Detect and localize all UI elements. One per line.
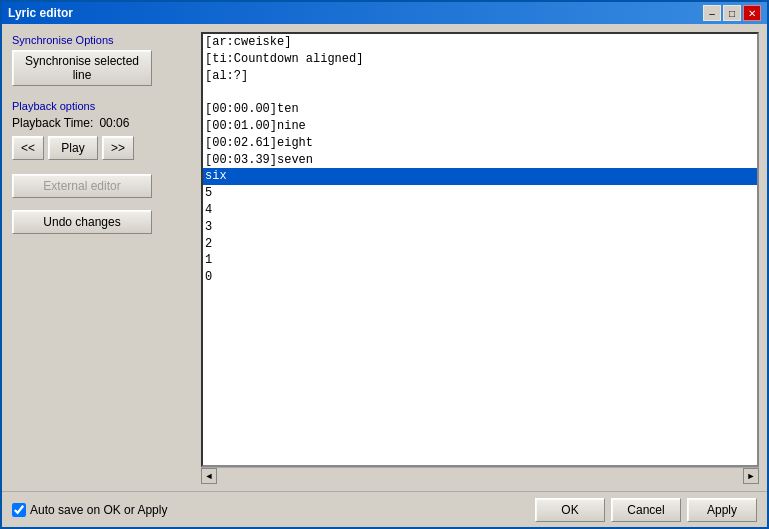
h-scroll-track[interactable] bbox=[217, 468, 743, 484]
lyrics-line[interactable]: 0 bbox=[203, 269, 757, 286]
window-title: Lyric editor bbox=[8, 6, 73, 20]
minimize-button[interactable]: – bbox=[703, 5, 721, 21]
cancel-button[interactable]: Cancel bbox=[611, 498, 681, 522]
auto-save-checkbox[interactable] bbox=[12, 503, 26, 517]
lyrics-content: [ar:cweiske][ti:Countdown aligned][al:?]… bbox=[203, 34, 757, 286]
playback-time-value: 00:06 bbox=[99, 116, 129, 130]
lyrics-line[interactable]: 5 bbox=[203, 185, 757, 202]
lyrics-outer: [ar:cweiske][ti:Countdown aligned][al:?]… bbox=[201, 32, 759, 467]
bottom-bar: Auto save on OK or Apply OK Cancel Apply bbox=[2, 491, 767, 527]
playback-time-row: Playback Time: 00:06 bbox=[12, 116, 187, 130]
lyrics-line[interactable]: [00:02.61]eight bbox=[203, 135, 757, 152]
main-area: Synchronise Options Synchronise selected… bbox=[2, 24, 767, 491]
auto-save-label: Auto save on OK or Apply bbox=[30, 503, 167, 517]
scroll-left-button[interactable]: ◄ bbox=[201, 468, 217, 484]
lyric-editor-window: Lyric editor – □ ✕ Synchronise Options S… bbox=[0, 0, 769, 529]
playback-time-label: Playback Time: bbox=[12, 116, 93, 130]
lyrics-line[interactable]: 4 bbox=[203, 202, 757, 219]
lyrics-line[interactable]: 3 bbox=[203, 219, 757, 236]
right-panel: [ar:cweiske][ti:Countdown aligned][al:?]… bbox=[197, 24, 767, 491]
undo-changes-button[interactable]: Undo changes bbox=[12, 210, 152, 234]
maximize-button[interactable]: □ bbox=[723, 5, 741, 21]
title-bar: Lyric editor – □ ✕ bbox=[2, 2, 767, 24]
playback-section: Playback options Playback Time: 00:06 <<… bbox=[12, 100, 187, 168]
lyrics-line[interactable]: six bbox=[203, 168, 757, 185]
left-panel: Synchronise Options Synchronise selected… bbox=[2, 24, 197, 491]
lyrics-line[interactable]: [ar:cweiske] bbox=[203, 34, 757, 51]
horizontal-scrollbar[interactable]: ◄ ► bbox=[201, 467, 759, 483]
lyrics-line[interactable]: 2 bbox=[203, 236, 757, 253]
ok-button[interactable]: OK bbox=[535, 498, 605, 522]
auto-save-row: Auto save on OK or Apply bbox=[12, 503, 167, 517]
external-editor-button[interactable]: External editor bbox=[12, 174, 152, 198]
scroll-right-button[interactable]: ► bbox=[743, 468, 759, 484]
playback-options-label: Playback options bbox=[12, 100, 187, 112]
next-button[interactable]: >> bbox=[102, 136, 134, 160]
sync-options-label: Synchronise Options bbox=[12, 34, 187, 46]
sync-options-section: Synchronise Options Synchronise selected… bbox=[12, 34, 187, 90]
synchronise-selected-line-button[interactable]: Synchronise selected line bbox=[12, 50, 152, 86]
lyrics-line[interactable]: [00:03.39]seven bbox=[203, 152, 757, 169]
playback-controls: << Play >> bbox=[12, 136, 187, 160]
bottom-buttons: OK Cancel Apply bbox=[535, 498, 757, 522]
play-button[interactable]: Play bbox=[48, 136, 98, 160]
window-content: Synchronise Options Synchronise selected… bbox=[2, 24, 767, 527]
lyrics-line[interactable]: 1 bbox=[203, 252, 757, 269]
close-button[interactable]: ✕ bbox=[743, 5, 761, 21]
prev-button[interactable]: << bbox=[12, 136, 44, 160]
lyrics-line[interactable]: [00:01.00]nine bbox=[203, 118, 757, 135]
lyrics-line[interactable] bbox=[203, 84, 757, 101]
title-bar-controls: – □ ✕ bbox=[703, 5, 761, 21]
lyrics-line[interactable]: [ti:Countdown aligned] bbox=[203, 51, 757, 68]
lyrics-scroll[interactable]: [ar:cweiske][ti:Countdown aligned][al:?]… bbox=[203, 34, 757, 465]
lyrics-line[interactable]: [al:?] bbox=[203, 68, 757, 85]
lyrics-line[interactable]: [00:00.00]ten bbox=[203, 101, 757, 118]
apply-button[interactable]: Apply bbox=[687, 498, 757, 522]
